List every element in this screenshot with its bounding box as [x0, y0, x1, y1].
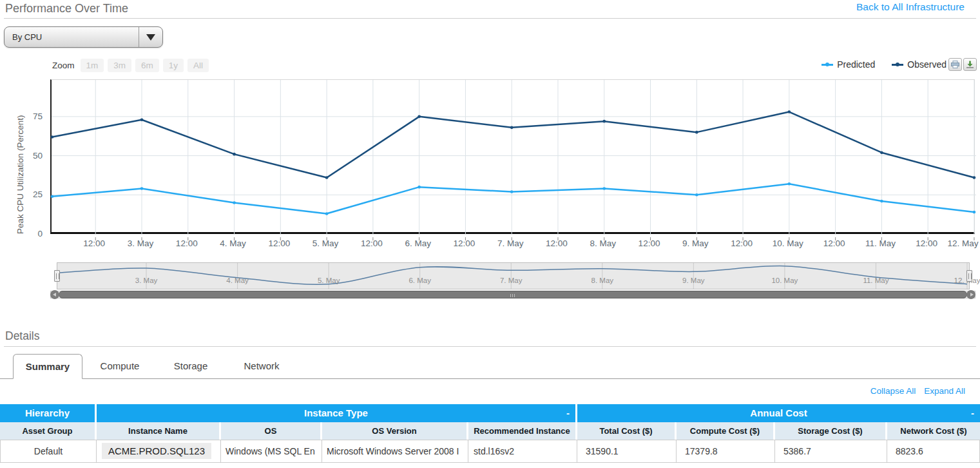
x-tick-label: 7. May	[497, 239, 524, 248]
column-header-storage-cost: Storage Cost ($)	[775, 422, 887, 440]
x-tick-label: 12:00	[731, 239, 753, 248]
zoom-button-all[interactable]: All	[187, 59, 209, 72]
tab-network[interactable]: Network	[227, 354, 296, 378]
download-button[interactable]	[963, 58, 977, 71]
details-title: Details	[5, 329, 40, 343]
collapse-all-link[interactable]: Collapse All	[870, 386, 916, 396]
legend-label-observed: Observed	[907, 59, 946, 70]
zoom-label: Zoom	[52, 61, 75, 70]
collapse-instance-type-toggle[interactable]: -	[566, 404, 570, 422]
table-cell: Windows (MS SQL En	[221, 440, 322, 463]
expand-all-link[interactable]: Expand All	[924, 386, 965, 396]
navigator-left-handle[interactable]	[54, 270, 60, 282]
zoom-button-3m[interactable]: 3m	[108, 59, 131, 72]
download-icon	[966, 61, 974, 68]
chart-legend: Predicted Observed	[821, 59, 946, 70]
navigator-canvas	[57, 263, 969, 289]
navigator-date-label: 5. May	[318, 277, 340, 284]
column-header-network-cost: Network Cost ($)	[887, 422, 980, 440]
chart-canvas	[52, 80, 976, 235]
tab-compute[interactable]: Compute	[85, 354, 155, 378]
column-header-os: OS	[221, 422, 322, 440]
zoom-button-6m[interactable]: 6m	[135, 59, 159, 72]
y-tick-label: 0	[37, 229, 43, 239]
x-tick-label: 12:00	[268, 239, 290, 248]
chart-navigator[interactable]: 3. May4. May5. May6. May7. May8. May9. M…	[57, 262, 970, 289]
table-cell: 5386.7	[775, 440, 887, 463]
navigator-date-label: 9. May	[682, 277, 705, 284]
table-row[interactable]: DefaultACME.PROD.SQL123Windows (MS SQL E…	[0, 440, 980, 463]
performance-page: Performance Over Time Back to All Infras…	[0, 0, 980, 468]
chart-scrollbar	[50, 290, 975, 299]
column-header-recommended-instance: Recommended Instance	[468, 422, 577, 440]
column-header-asset-group: Asset Group	[0, 422, 97, 440]
x-tick-label: 12:00	[916, 239, 937, 248]
x-tick-label: 3. May	[128, 239, 154, 248]
x-tick-label: 12. May	[948, 239, 979, 248]
column-header-instance-name: Instance Name	[97, 422, 221, 440]
navigator-date-label: 10. May	[771, 277, 798, 284]
group-header-hierarchy: Hierarchy	[0, 404, 97, 422]
right-arrow-icon	[970, 293, 974, 297]
navigator-date-label: 3. May	[135, 277, 158, 284]
tab-storage[interactable]: Storage	[156, 354, 226, 378]
table-cell: 31590.1	[577, 440, 677, 463]
y-tick-label: 50	[33, 150, 43, 160]
x-tick-label: 12:00	[83, 239, 105, 248]
x-tick-label: 12:00	[454, 239, 476, 248]
x-tick-label: 9. May	[682, 239, 709, 248]
x-tick-label: 11. May	[865, 239, 896, 248]
print-icon	[951, 61, 959, 68]
scrollbar-thumb[interactable]	[59, 291, 967, 298]
table-links: Collapse All Expand All	[870, 386, 965, 396]
table-column-header-row: Asset GroupInstance NameOSOS VersionReco…	[0, 422, 980, 440]
group-header-instance-type: Instance Type -	[97, 404, 577, 422]
x-tick-label: 10. May	[773, 239, 803, 248]
zoom-button-1m[interactable]: 1m	[81, 59, 104, 72]
table-cell[interactable]: ACME.PROD.SQL123	[97, 440, 221, 463]
x-tick-label: 6. May	[405, 239, 431, 248]
group-header-annual-cost-label: Annual Cost	[750, 407, 807, 418]
metric-dropdown-value: By CPU	[12, 32, 42, 42]
zoom-controls: Zoom 1m3m6m1yAll	[52, 59, 213, 72]
table-cell: 17379.8	[677, 440, 775, 463]
chart-toolbar	[948, 58, 977, 71]
table-cell: Default	[0, 440, 97, 463]
x-tick-label: 12:00	[176, 239, 198, 248]
table-cell: 8823.6	[887, 440, 980, 463]
group-header-annual-cost: Annual Cost -	[577, 404, 980, 422]
navigator-date-label: 4. May	[226, 277, 249, 284]
navigator-date-label: 8. May	[591, 277, 614, 284]
back-to-infrastructure-link[interactable]: Back to All Infrastructure	[856, 1, 965, 13]
legend-item-predicted[interactable]: Predicted	[821, 59, 875, 70]
left-arrow-icon	[53, 293, 56, 297]
page-title: Performance Over Time	[5, 2, 128, 15]
x-tick-label: 12:00	[361, 239, 383, 248]
y-axis-tick-labels: 0255075	[0, 79, 43, 234]
details-divider	[4, 346, 976, 347]
plot-area[interactable]	[50, 79, 975, 234]
legend-item-observed[interactable]: Observed	[892, 59, 946, 70]
column-header-total-cost: Total Cost ($)	[577, 422, 677, 440]
header-divider	[4, 18, 976, 19]
navigator-right-handle[interactable]	[966, 270, 972, 282]
summary-table: Hierarchy Instance Type - Annual Cost - …	[0, 404, 980, 463]
instance-name-value[interactable]: ACME.PROD.SQL123	[102, 443, 211, 459]
print-button[interactable]	[948, 58, 962, 71]
tab-summary[interactable]: Summary	[13, 354, 82, 379]
x-tick-label: 4. May	[220, 239, 246, 248]
navigator-date-label: 7. May	[500, 277, 523, 284]
scrollbar-left-arrow-button[interactable]	[50, 290, 59, 299]
metric-dropdown[interactable]: By CPU	[4, 26, 163, 48]
chevron-down-icon	[146, 34, 155, 41]
collapse-annual-cost-toggle[interactable]: -	[971, 404, 974, 422]
table-cell: Microsoft Windows Server 2008 I	[322, 440, 468, 463]
table-cell: std.l16sv2	[468, 440, 577, 463]
zoom-button-1y[interactable]: 1y	[163, 59, 184, 72]
x-tick-label: 8. May	[590, 239, 616, 248]
x-tick-label: 12:00	[639, 239, 660, 248]
predicted-line-marker	[821, 64, 833, 66]
scrollbar-right-arrow-button[interactable]	[966, 290, 975, 299]
column-header-os-version: OS Version	[322, 422, 468, 440]
navigator-date-label: 11. May	[863, 277, 889, 284]
